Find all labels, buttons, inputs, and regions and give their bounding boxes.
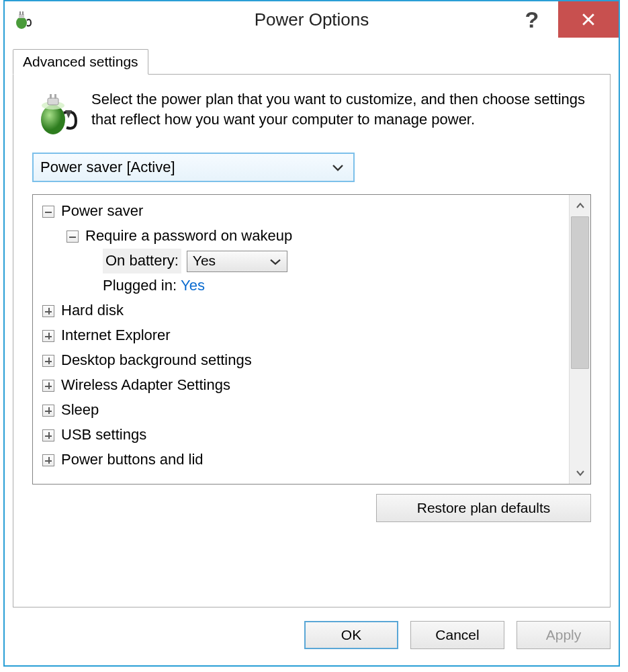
- power-plan-dropdown[interactable]: Power saver [Active]: [32, 153, 355, 182]
- scroll-down-arrow-icon[interactable]: [570, 462, 590, 484]
- svg-rect-8: [54, 94, 56, 99]
- svg-marker-9: [65, 110, 72, 118]
- power-plan-selected: Power saver [Active]: [40, 159, 175, 176]
- dialog-buttons: OK Cancel Apply: [304, 621, 611, 649]
- scrollbar-thumb[interactable]: [571, 216, 589, 369]
- on-battery-dropdown[interactable]: Yes: [187, 251, 287, 272]
- help-button[interactable]: ?: [506, 1, 558, 38]
- expand-icon[interactable]: [42, 305, 54, 317]
- expand-icon[interactable]: [42, 380, 54, 392]
- apply-button[interactable]: Apply: [517, 621, 611, 649]
- tab-panel: Select the power plan that you want to c…: [13, 74, 611, 607]
- tree-node-internet-explorer[interactable]: Internet Explorer: [33, 323, 569, 348]
- tree-node-wireless-adapter[interactable]: Wireless Adapter Settings: [33, 373, 569, 398]
- power-options-icon: [11, 8, 34, 31]
- tabstrip: Advanced settings: [13, 44, 611, 74]
- ok-button[interactable]: OK: [304, 621, 398, 649]
- power-options-dialog: Power Options ? Advanced settings: [3, 0, 620, 667]
- collapse-icon[interactable]: [42, 206, 54, 218]
- collapse-icon[interactable]: [66, 230, 79, 243]
- expand-icon[interactable]: [42, 454, 54, 466]
- svg-rect-7: [50, 94, 52, 99]
- intro-text: Select the power plan that you want to c…: [91, 89, 591, 129]
- tree-node-desktop-background[interactable]: Desktop background settings: [33, 348, 569, 373]
- svg-point-0: [16, 17, 27, 29]
- tree-node-hard-disk[interactable]: Hard disk: [33, 298, 569, 323]
- expand-icon[interactable]: [42, 355, 54, 367]
- expand-icon[interactable]: [42, 405, 54, 417]
- vertical-scrollbar[interactable]: [569, 195, 590, 484]
- expand-icon[interactable]: [42, 330, 54, 342]
- plugged-in-value[interactable]: Yes: [181, 274, 205, 298]
- scroll-up-arrow-icon[interactable]: [570, 195, 590, 216]
- close-button[interactable]: [558, 1, 619, 38]
- svg-rect-6: [48, 98, 58, 105]
- chevron-down-icon: [269, 249, 281, 273]
- titlebar: Power Options ?: [5, 1, 619, 38]
- tree-node-sleep[interactable]: Sleep: [33, 398, 569, 423]
- cancel-button[interactable]: Cancel: [410, 621, 504, 649]
- scrollbar-track[interactable]: [570, 216, 590, 462]
- battery-icon: [32, 89, 81, 138]
- settings-tree: Power saver Require a password on wakeup…: [32, 194, 591, 485]
- svg-rect-3: [22, 11, 24, 15]
- tree-node-require-password[interactable]: Require a password on wakeup: [33, 224, 569, 249]
- tree-node-power-saver[interactable]: Power saver: [33, 199, 569, 224]
- tree-leaf-plugged-in[interactable]: Plugged in: Yes: [33, 274, 569, 298]
- tree-leaf-on-battery[interactable]: On battery: Yes: [33, 249, 569, 274]
- client-area: Advanced settings: [13, 44, 611, 656]
- tree-node-power-buttons[interactable]: Power buttons and lid: [33, 448, 569, 472]
- expand-icon[interactable]: [42, 429, 54, 442]
- svg-rect-2: [19, 11, 21, 15]
- chevron-down-icon: [332, 159, 344, 176]
- restore-plan-defaults-button[interactable]: Restore plan defaults: [376, 494, 591, 522]
- tab-advanced-settings[interactable]: Advanced settings: [13, 49, 148, 75]
- tree-node-usb-settings[interactable]: USB settings: [33, 423, 569, 448]
